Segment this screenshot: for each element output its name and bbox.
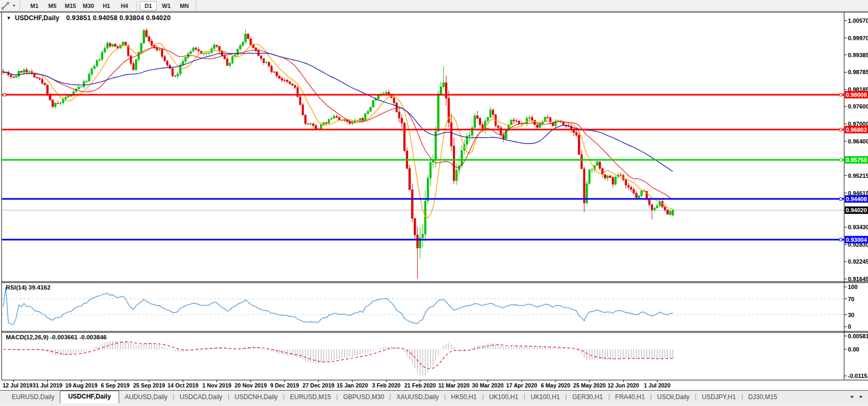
tab-eurusd-daily[interactable]: EURUSD,Daily bbox=[6, 392, 60, 403]
tab-audusd-daily[interactable]: AUDUSD,Daily bbox=[119, 392, 173, 403]
tab-usdjpy-h1[interactable]: USDJPY,H1 bbox=[696, 392, 741, 403]
tab-scroll-left-icon[interactable]: ◄ bbox=[849, 394, 854, 399]
timeframe-button-h1[interactable]: H1 bbox=[98, 1, 115, 11]
toolbar-grip bbox=[20, 2, 23, 10]
chart-ohlc-values: 0.93851 0.94058 0.93804 0.94020 bbox=[66, 14, 171, 22]
svg-text:30 Mar 2020: 30 Mar 2020 bbox=[472, 382, 504, 389]
svg-text:31 Jul 2019: 31 Jul 2019 bbox=[33, 382, 62, 389]
top-toolbar: ▼ M1M5M15M30H1H4D1W1MN bbox=[0, 0, 868, 12]
chevron-down-icon[interactable]: ▼ bbox=[12, 4, 16, 7]
svg-text:25 May 2020: 25 May 2020 bbox=[573, 382, 605, 389]
svg-text:0.96400: 0.96400 bbox=[848, 138, 868, 145]
toolbar-separator bbox=[136, 1, 137, 11]
moving-average-medium bbox=[3, 48, 673, 200]
tab-xauusd-daily[interactable]: XAUUSD,Daily bbox=[391, 392, 444, 403]
svg-text:9 Dec 2019: 9 Dec 2019 bbox=[270, 382, 299, 389]
price-axis: 1.005700.999700.993850.987850.981850.976… bbox=[845, 17, 868, 379]
timeframe-button-m5[interactable]: M5 bbox=[44, 1, 61, 11]
svg-text:0.93004: 0.93004 bbox=[846, 237, 867, 243]
svg-text:0.95215: 0.95215 bbox=[848, 173, 868, 179]
moving-average-fast bbox=[3, 43, 673, 218]
svg-text:0.93430: 0.93430 bbox=[848, 224, 868, 230]
macd-indicator-label: MACD(12,26,9) -0.003661 -0.003846 bbox=[6, 334, 107, 340]
timeframe-button-m15[interactable]: M15 bbox=[62, 1, 79, 11]
svg-text:70: 70 bbox=[848, 296, 854, 302]
svg-text:0.005818: 0.005818 bbox=[848, 333, 868, 339]
svg-text:3 Feb 2020: 3 Feb 2020 bbox=[372, 382, 400, 389]
tab-dj30-m15[interactable]: DJ30,M15 bbox=[743, 392, 783, 403]
rsi-line bbox=[3, 287, 673, 324]
svg-text:30: 30 bbox=[848, 312, 854, 318]
line-handle[interactable] bbox=[839, 93, 842, 96]
svg-text:20 Nov 2019: 20 Nov 2019 bbox=[235, 382, 267, 389]
tab-usdchf-daily[interactable]: USDCHF,Daily bbox=[60, 391, 120, 404]
svg-text:100: 100 bbox=[848, 284, 857, 290]
svg-text:0: 0 bbox=[848, 323, 851, 330]
tab-usdcad-daily[interactable]: USDCAD,Daily bbox=[174, 392, 228, 403]
timeframe-button-m30[interactable]: M30 bbox=[80, 1, 97, 11]
svg-text:15 Jan 2020: 15 Jan 2020 bbox=[337, 382, 368, 389]
svg-text:0.94020: 0.94020 bbox=[846, 207, 867, 213]
svg-text:0.96803: 0.96803 bbox=[846, 127, 867, 133]
chart-tab-bar: EURUSD,DailyUSDCHF,DailyAUDUSD,Daily|USD… bbox=[0, 390, 868, 403]
svg-text:0.00: 0.00 bbox=[848, 346, 859, 353]
svg-text:12 Jun 2020: 12 Jun 2020 bbox=[607, 382, 639, 389]
tab-usdcnh-daily[interactable]: USDCNH,Daily bbox=[229, 392, 283, 403]
tab-hk50-h1[interactable]: HK50,H1 bbox=[446, 392, 482, 403]
svg-text:25 Sep 2019: 25 Sep 2019 bbox=[133, 382, 165, 389]
macd-histogram bbox=[3, 340, 673, 376]
svg-text:0.99385: 0.99385 bbox=[848, 52, 868, 58]
chart-canvas[interactable]: 1.005700.999700.993850.987850.981850.976… bbox=[0, 0, 868, 406]
timeframe-button-d1[interactable]: D1 bbox=[140, 1, 157, 11]
svg-text:0.94615: 0.94615 bbox=[848, 190, 868, 196]
timeframe-button-mn[interactable]: MN bbox=[176, 1, 193, 11]
line-handle[interactable] bbox=[3, 93, 6, 96]
svg-text:1 Nov 2019: 1 Nov 2019 bbox=[202, 382, 231, 389]
collapse-triangle-icon[interactable]: ▼ bbox=[6, 15, 11, 21]
date-axis: 12 Jul 201931 Jul 201919 Aug 20196 Sep 2… bbox=[3, 382, 670, 389]
svg-text:0.94408: 0.94408 bbox=[846, 196, 867, 202]
toolbar-separator bbox=[196, 1, 196, 11]
rsi-pane[interactable] bbox=[2, 287, 844, 324]
line-handle[interactable] bbox=[839, 197, 842, 200]
tab-scroll-right-icon[interactable]: ► bbox=[859, 394, 864, 399]
timeframe-button-group: M1M5M15M30H1H4D1W1MN bbox=[25, 1, 199, 11]
svg-text:6 Sep 2019: 6 Sep 2019 bbox=[101, 382, 129, 389]
chart-cursor-icon[interactable] bbox=[1, 2, 12, 10]
tab-usoil-daily[interactable]: USOil,Daily bbox=[652, 392, 695, 403]
tab-uk100-h1[interactable]: UK100,H1 bbox=[525, 392, 565, 403]
macd-pane[interactable] bbox=[3, 340, 673, 376]
svg-text:12 Jul 2019: 12 Jul 2019 bbox=[3, 382, 32, 389]
svg-text:17 Apr 2020: 17 Apr 2020 bbox=[506, 382, 538, 389]
tab-gbpusd-m30[interactable]: GBPUSD,M30 bbox=[338, 392, 389, 403]
svg-text:0.99970: 0.99970 bbox=[848, 35, 868, 41]
tab-eurusd-m15[interactable]: EURUSD,M15 bbox=[284, 392, 336, 403]
chart-title: ▼ USDCHF,Daily 0.93851 0.94058 0.93804 0… bbox=[6, 14, 171, 22]
line-handle[interactable] bbox=[839, 238, 842, 241]
svg-text:1.00570: 1.00570 bbox=[848, 17, 868, 24]
svg-text:0.97600: 0.97600 bbox=[848, 103, 868, 110]
line-handle[interactable] bbox=[839, 128, 842, 131]
tab-fra40-h1[interactable]: FRA40,H1 bbox=[610, 392, 650, 403]
chart-frame bbox=[0, 12, 868, 382]
timeframe-button-m1[interactable]: M1 bbox=[26, 1, 43, 11]
svg-text:19 Aug 2019: 19 Aug 2019 bbox=[65, 382, 97, 389]
macd-signal-line bbox=[3, 342, 673, 369]
candlestick-series bbox=[2, 28, 674, 279]
svg-text:0.91645: 0.91645 bbox=[848, 276, 868, 282]
svg-text:11 Mar 2020: 11 Mar 2020 bbox=[439, 382, 470, 389]
chart-symbol-label: USDCHF,Daily bbox=[15, 14, 59, 22]
svg-text:0.92245: 0.92245 bbox=[848, 258, 868, 265]
line-handle[interactable] bbox=[839, 159, 842, 161]
tab-ger30-h1[interactable]: GER30,H1 bbox=[567, 392, 608, 403]
timeframe-button-h4[interactable]: H4 bbox=[116, 1, 133, 11]
main-price-pane[interactable] bbox=[2, 28, 844, 279]
svg-text:6 May 2020: 6 May 2020 bbox=[541, 382, 570, 389]
tab-uk100-h1[interactable]: UK100,H1 bbox=[484, 392, 523, 403]
svg-text:0.98008: 0.98008 bbox=[846, 92, 867, 98]
svg-text:14 Oct 2019: 14 Oct 2019 bbox=[167, 382, 199, 389]
svg-text:-0.011514: -0.011514 bbox=[848, 373, 868, 379]
timeframe-button-w1[interactable]: W1 bbox=[158, 1, 175, 11]
svg-text:21 Feb 2020: 21 Feb 2020 bbox=[404, 382, 436, 389]
svg-text:27 Dec 2019: 27 Dec 2019 bbox=[302, 382, 334, 389]
